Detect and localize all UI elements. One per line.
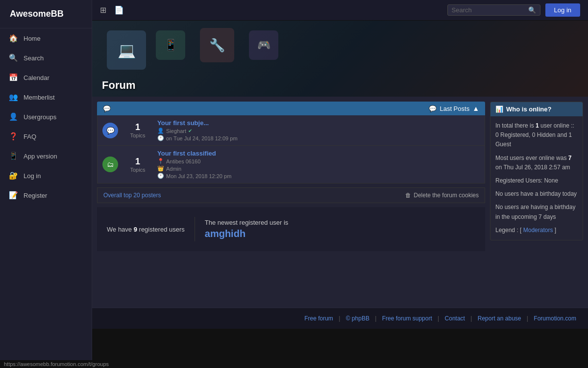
register-icon: 📝: [9, 191, 18, 200]
sidebar-item-register-label: Register: [24, 192, 47, 199]
status-bar: https://awesomebb.forumotion.com/t/group…: [0, 360, 588, 368]
search-input[interactable]: [452, 6, 525, 14]
app-logo: AwesomeBB: [0, 0, 92, 28]
most-users-text: Most users ever online was 7 on Thu Jul …: [495, 154, 578, 172]
stats-bar: We have 9 registered users The newest re…: [97, 207, 485, 251]
search-icon: 🔍: [9, 53, 18, 62]
topic-1-date: on Tue Jul 24, 2018 12:09 pm: [166, 135, 238, 141]
sidebar-item-log-in[interactable]: 🔐 Log in: [0, 166, 92, 185]
topic-2-author-meta: 📍 Antibes 06160: [157, 158, 480, 164]
topic-2-info: Your first classified 📍 Antibes 06160 👑 …: [157, 150, 480, 179]
sidebar-item-login-label: Log in: [24, 172, 41, 180]
topic-1-count-label: Topics: [123, 132, 152, 138]
footer-free-forum-link[interactable]: Free forum: [304, 315, 333, 322]
sidebar-item-faq-label: FAQ: [24, 133, 36, 140]
forum-banner: 💻 📱 🔧 🎮 Forum: [92, 21, 588, 97]
top-posters-link[interactable]: Overall top 20 posters: [103, 192, 161, 199]
topic-1-author[interactable]: Sieghart: [166, 128, 186, 134]
online-widget-header: 📊 Who is online?: [490, 102, 583, 116]
online-widget: 📊 Who is online? In total there is 1 use…: [490, 102, 583, 240]
main-area: ⊞ 📄 🔍 Log in 💻 📱 🔧 🎮 Forum �: [92, 0, 588, 368]
topic-1-count-num: 1: [123, 122, 152, 132]
topic-2-author[interactable]: Antibes 06160: [166, 158, 200, 164]
sidebar-item-app-version-label: App version: [24, 153, 57, 160]
sidebar-item-memberlist[interactable]: 👥 Memberlist: [0, 87, 92, 107]
grid-icon[interactable]: ⊞: [100, 5, 106, 15]
sidebar-item-register[interactable]: 📝 Register: [0, 185, 92, 205]
most-users-date: on Thu Jul 26, 2018 2:57 am: [495, 164, 570, 171]
delete-cookies-button[interactable]: 🗑 Delete the forum cookies: [405, 192, 479, 199]
topic-row: 🗂 1 Topics Your first classified 📍 Antib…: [97, 146, 485, 184]
footer-contact-link[interactable]: Contact: [445, 315, 465, 322]
banner-title: Forum: [92, 74, 145, 97]
sidebar-item-search-label: Search: [24, 54, 44, 62]
footer-support-link[interactable]: Free forum support: [382, 315, 432, 322]
topic-2-date-meta: 🕐 Mon Jul 23, 2018 12:20 pm: [157, 173, 480, 179]
sidebar-item-search[interactable]: 🔍 Search: [0, 48, 92, 68]
birthday-upcoming: No users are having a birthday in the up…: [495, 203, 578, 221]
topic-1-avatar: 💬: [102, 123, 118, 138]
last-posts-icon: 💬: [429, 105, 437, 112]
topic-1-date-meta: 🕐 on Tue Jul 24, 2018 12:09 pm: [157, 135, 480, 141]
sidebar-item-calendar[interactable]: 📅 Calendar: [0, 68, 92, 87]
topic-row: 💬 1 Topics Your first subje... 👤 Sieghar…: [97, 115, 485, 146]
sidebar: AwesomeBB 🏠 Home 🔍 Search 📅 Calendar 👥 M…: [0, 0, 92, 368]
topic-2-count-label: Topics: [123, 167, 152, 173]
forum-body: 💬 💬 Last Posts ▲ 💬 1 Topics: [92, 97, 588, 308]
newest-user[interactable]: amghidh: [205, 228, 289, 239]
topic-2-avatar: 🗂: [102, 157, 118, 172]
footer-forumotion-link[interactable]: Forumotion.com: [534, 315, 576, 322]
online-widget-icon: 📊: [495, 105, 503, 113]
stats-registered: We have 9 registered users: [107, 226, 185, 233]
newest-label: The newest registered user is: [205, 219, 289, 226]
document-icon[interactable]: 📄: [114, 5, 124, 15]
topic-list-header: 💬 💬 Last Posts ▲: [97, 102, 485, 115]
footer-abuse-link[interactable]: Report an abuse: [478, 315, 521, 322]
stats-newest: The newest registered user is amghidh: [205, 219, 289, 239]
moderators-link[interactable]: Moderators: [523, 227, 553, 234]
topic-1-date-icon: 🕐: [157, 135, 164, 141]
topic-header-left: 💬: [103, 105, 111, 112]
registered-users-value: None: [544, 177, 558, 184]
topic-2-count-num: 1: [123, 157, 152, 167]
home-icon: 🏠: [9, 34, 18, 43]
usergroups-icon: 👤: [9, 112, 18, 121]
most-users-count: 7: [568, 155, 572, 161]
topic-2-role-icon: 👑: [157, 165, 164, 172]
footer-sep-3: |: [438, 315, 439, 322]
forum-posts: 💬 💬 Last Posts ▲ 💬 1 Topics: [97, 102, 485, 251]
online-widget-body: In total there is 1 user online :: 0 Reg…: [490, 116, 583, 240]
topic-2-role: Admin: [166, 166, 181, 172]
last-posts-header[interactable]: 💬 Last Posts ▲: [429, 105, 479, 112]
memberlist-icon: 👥: [9, 93, 18, 102]
legend: Legend : [ Moderators ]: [495, 226, 578, 235]
topic-2-title[interactable]: Your first classified: [157, 150, 480, 157]
footer-phpbb-link[interactable]: © phpBB: [346, 315, 369, 322]
faq-icon: ❓: [9, 132, 18, 141]
topic-2-count: 1 Topics: [123, 157, 152, 173]
search-bar: 🔍: [447, 4, 540, 16]
login-button[interactable]: Log in: [545, 3, 580, 17]
topbar: ⊞ 📄 🔍 Log in: [92, 0, 588, 21]
app-version-icon: 📱: [9, 152, 18, 160]
sidebar-item-faq[interactable]: ❓ FAQ: [0, 127, 92, 146]
sidebar-item-usergroups[interactable]: 👤 Usergroups: [0, 107, 92, 127]
sidebar-item-home-label: Home: [24, 35, 41, 42]
search-submit-icon[interactable]: 🔍: [528, 6, 536, 14]
sidebar-item-home[interactable]: 🏠 Home: [0, 28, 92, 48]
registered-count: 9: [134, 226, 137, 233]
forum-sidebar: 📊 Who is online? In total there is 1 use…: [490, 102, 583, 240]
topbar-icons: ⊞ 📄: [100, 5, 124, 15]
page-footer: Free forum | © phpBB | Free forum suppor…: [92, 308, 588, 329]
online-widget-title: Who is online?: [506, 105, 551, 113]
sidebar-item-calendar-label: Calendar: [24, 74, 49, 81]
topic-2-date: Mon Jul 23, 2018 12:20 pm: [166, 173, 231, 179]
registered-label: registered users: [139, 226, 185, 233]
footer-tabs: Overall top 20 posters 🗑 Delete the foru…: [97, 187, 485, 203]
sidebar-item-app-version[interactable]: 📱 App version: [0, 146, 92, 166]
last-posts-label: Last Posts: [440, 105, 469, 112]
collapse-icon[interactable]: ▲: [472, 105, 479, 112]
sidebar-item-memberlist-label: Memberlist: [24, 94, 55, 101]
posts-header-icon: 💬: [103, 105, 111, 112]
topic-1-title[interactable]: Your first subje...: [157, 119, 480, 127]
